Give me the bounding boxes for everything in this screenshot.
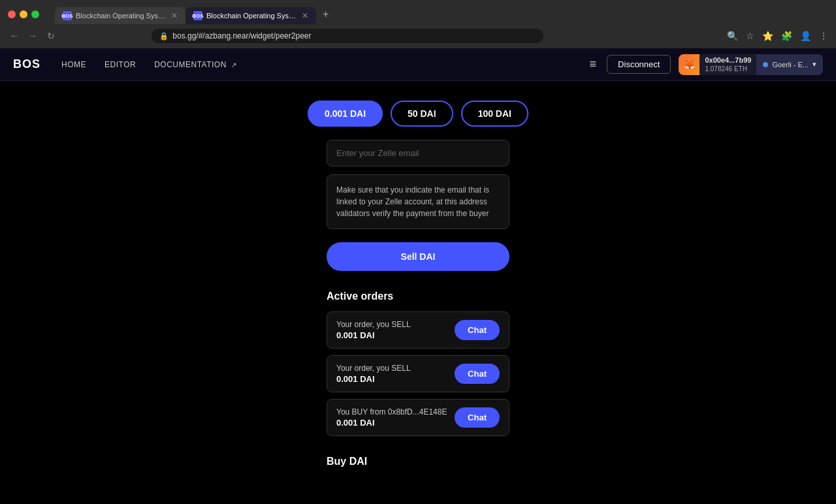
forward-button[interactable]: → [26, 31, 39, 41]
info-box: Make sure that you indicate the email th… [327, 174, 509, 229]
orders-list: Your order, you SELL 0.001 DAI Chat Your… [327, 311, 509, 436]
order-1-title: Your order, you SELL [336, 320, 411, 329]
tab-1-title: Blockchain Operating System... [76, 12, 167, 20]
new-tab-button[interactable]: + [316, 5, 335, 24]
order-2-chat-button[interactable]: Chat [455, 364, 500, 384]
search-icon[interactable]: 🔍 [727, 31, 738, 41]
bookmark-icon[interactable]: ☆ [746, 31, 754, 41]
order-2-info: Your order, you SELL 0.001 DAI [336, 364, 411, 384]
zelle-input-container [327, 140, 509, 166]
window-close-dot[interactable] [8, 10, 16, 18]
nav-home[interactable]: HOME [61, 60, 86, 69]
nav-documentation[interactable]: DOCUMENTATION ↗ [154, 60, 236, 69]
buy-dai-title: Buy DAI [327, 456, 509, 467]
nav-links: HOME EDITOR DOCUMENTATION ↗ [61, 60, 236, 69]
tab-1-close[interactable]: ✕ [171, 11, 178, 20]
order-1-amount: 0.001 DAI [336, 330, 411, 340]
order-card-1: Your order, you SELL 0.001 DAI Chat [327, 311, 509, 349]
lock-icon: 🔒 [159, 32, 169, 40]
navbar-right: ≡ Disconnect 🦊 0x00e4...7b99 1.078246 ET… [587, 54, 823, 75]
window-minimize-dot[interactable] [20, 10, 27, 18]
bos-logo: BOS [13, 57, 40, 71]
hamburger-icon[interactable]: ≡ [587, 55, 600, 74]
back-button[interactable]: ← [8, 31, 21, 41]
toolbar-icons: 🔍 ☆ ⭐ 🧩 👤 ⋮ [727, 31, 828, 41]
window-controls [8, 10, 39, 18]
tab-2-title: Blockchain Operating System... [206, 12, 298, 20]
address-bar-row: ← → ↻ 🔒 bos.gg/#/azbang.near/widget/peer… [0, 24, 836, 48]
browser-tab-1[interactable]: BOS Blockchain Operating System... ✕ [55, 7, 185, 24]
browser-tab-2[interactable]: BOS Blockchain Operating System... ✕ [185, 7, 316, 24]
order-2-title: Your order, you SELL [336, 364, 411, 373]
address-bar[interactable]: 🔒 bos.gg/#/azbang.near/widget/peer2peer [152, 29, 543, 43]
wallet-address-short: 0x00e4...7b99 [705, 55, 751, 65]
network-dot-icon [763, 62, 768, 67]
disconnect-button[interactable]: Disconnect [607, 55, 671, 74]
order-card-3: You BUY from 0x8bfD...4E148E 0.001 DAI C… [327, 399, 509, 436]
order-3-amount: 0.001 DAI [336, 418, 447, 428]
order-3-title: You BUY from 0x8bfD...4E148E [336, 407, 447, 417]
title-bar: BOS Blockchain Operating System... ✕ BOS… [0, 0, 836, 24]
amount-button-0001[interactable]: 0.001 DAI [308, 101, 383, 127]
wallet-eth-balance: 1.078246 ETH [705, 65, 751, 73]
main-content: 0.001 DAI 50 DAI 100 DAI Make sure that … [0, 81, 836, 487]
url-text: bos.gg/#/azbang.near/widget/peer2peer [172, 31, 311, 40]
tab-2-favicon: BOS [193, 11, 202, 20]
wallet-avatar-icon: 🦊 [679, 54, 699, 75]
order-2-amount: 0.001 DAI [336, 374, 411, 384]
network-name: Goerli - E... [772, 61, 809, 69]
star-icon[interactable]: ⭐ [762, 31, 773, 41]
tab-2-close[interactable]: ✕ [302, 11, 308, 20]
tab-1-favicon: BOS [63, 11, 72, 20]
network-chevron-icon: ▾ [812, 60, 816, 69]
browser-chrome: BOS Blockchain Operating System... ✕ BOS… [0, 0, 836, 48]
amount-button-100[interactable]: 100 DAI [461, 101, 528, 127]
wallet-address-display: 0x00e4...7b99 1.078246 ETH [699, 55, 756, 73]
external-arrow-icon: ↗ [231, 61, 237, 69]
profile-icon[interactable]: 👤 [800, 31, 811, 41]
app-navbar: BOS HOME EDITOR DOCUMENTATION ↗ ≡ Discon… [0, 48, 836, 81]
nav-editor[interactable]: EDITOR [104, 60, 136, 69]
extensions-icon[interactable]: 🧩 [781, 31, 792, 41]
reload-button[interactable]: ↻ [44, 31, 57, 41]
info-box-text: Make sure that you indicate the email th… [336, 184, 500, 219]
order-card-2: Your order, you SELL 0.001 DAI Chat [327, 355, 509, 392]
network-badge[interactable]: Goerli - E... ▾ [756, 54, 823, 75]
zelle-email-input[interactable] [327, 140, 509, 166]
order-3-info: You BUY from 0x8bfD...4E148E 0.001 DAI [336, 407, 447, 428]
amount-selector: 0.001 DAI 50 DAI 100 DAI [308, 101, 528, 127]
order-1-info: Your order, you SELL 0.001 DAI [336, 320, 411, 340]
wallet-info[interactable]: 🦊 0x00e4...7b99 1.078246 ETH Goerli - E.… [679, 54, 823, 75]
tabs-row: BOS Blockchain Operating System... ✕ BOS… [55, 5, 335, 24]
menu-icon[interactable]: ⋮ [819, 31, 828, 41]
sell-dai-button[interactable]: Sell DAI [327, 242, 509, 271]
amount-button-50[interactable]: 50 DAI [391, 101, 453, 127]
order-3-chat-button[interactable]: Chat [455, 407, 500, 428]
order-1-chat-button[interactable]: Chat [455, 320, 500, 340]
window-maximize-dot[interactable] [31, 10, 39, 18]
active-orders-title: Active orders [327, 291, 509, 302]
